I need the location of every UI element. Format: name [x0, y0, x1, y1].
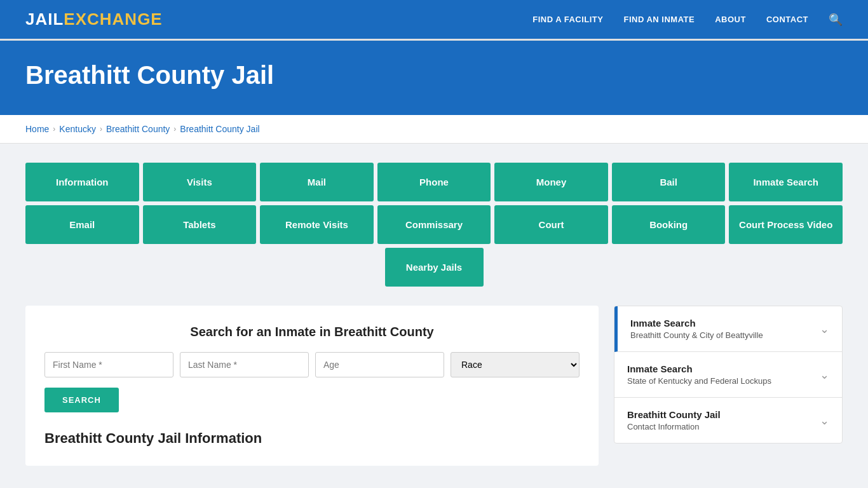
search-form-title: Search for an Inmate in Breathitt County — [44, 325, 580, 339]
sidebar-card: Inmate Search Breathitt County & City of… — [614, 306, 843, 444]
search-icon[interactable]: 🔍 — [829, 13, 843, 27]
search-button[interactable]: SEARCH — [44, 388, 119, 412]
sidebar-item-title-3: Breathitt County Jail — [627, 409, 721, 420]
chevron-down-icon-2: ⌄ — [820, 368, 829, 382]
btn-nearby-jails[interactable]: Nearby Jails — [385, 248, 484, 287]
sidebar-item-left-3: Breathitt County Jail Contact Informatio… — [627, 409, 721, 431]
breadcrumb: Home › Kentucky › Breathitt County › Bre… — [25, 124, 843, 134]
sidebar-item-left-2: Inmate Search State of Kentucky and Fede… — [627, 363, 771, 386]
btn-information[interactable]: Information — [25, 163, 139, 201]
sidebar-item-contact-info[interactable]: Breathitt County Jail Contact Informatio… — [614, 398, 842, 443]
btn-inmate-search[interactable]: Inmate Search — [729, 163, 843, 201]
sidebar: Inmate Search Breathitt County & City of… — [614, 306, 843, 444]
header: JAIL EXCHANGE FIND A FACILITY FIND AN IN… — [0, 0, 868, 41]
first-name-input[interactable] — [44, 352, 173, 377]
btn-commissary[interactable]: Commissary — [377, 205, 491, 244]
btn-remote-visits[interactable]: Remote Visits — [260, 205, 374, 244]
nav-find-inmate[interactable]: FIND AN INMATE — [623, 15, 695, 24]
btn-tablets[interactable]: Tablets — [143, 205, 257, 244]
sidebar-item-sub-3: Contact Information — [627, 422, 721, 431]
breadcrumb-jail[interactable]: Breathitt County Jail — [180, 124, 259, 134]
nav-contact[interactable]: CONTACT — [766, 15, 808, 24]
search-form-box: Search for an Inmate in Breathitt County… — [25, 306, 599, 466]
breadcrumb-bar: Home › Kentucky › Breathitt County › Bre… — [0, 115, 868, 144]
btn-visits[interactable]: Visits — [143, 163, 257, 201]
breadcrumb-county[interactable]: Breathitt County — [106, 124, 170, 134]
main-nav: FIND A FACILITY FIND AN INMATE ABOUT CON… — [532, 13, 843, 27]
lower-section: Search for an Inmate in Breathitt County… — [25, 306, 843, 466]
btn-court[interactable]: Court — [494, 205, 608, 244]
breadcrumb-sep-3: › — [173, 125, 176, 133]
btn-mail[interactable]: Mail — [260, 163, 374, 201]
sidebar-item-inmate-search-county[interactable]: Inmate Search Breathitt County & City of… — [614, 306, 842, 352]
sidebar-item-sub-2: State of Kentucky and Federal Lockups — [627, 376, 771, 386]
breadcrumb-kentucky[interactable]: Kentucky — [59, 124, 96, 134]
grid-row-1: Information Visits Mail Phone Money Bail… — [25, 163, 843, 201]
chevron-down-icon-3: ⌄ — [820, 414, 829, 428]
hero-section: Breathitt County Jail — [0, 41, 868, 115]
nav-find-facility[interactable]: FIND A FACILITY — [532, 15, 603, 24]
grid-row-3: Nearby Jails — [25, 248, 843, 287]
logo[interactable]: JAIL EXCHANGE — [25, 10, 163, 29]
sidebar-item-title-1: Inmate Search — [630, 318, 763, 329]
grid-row-2: Email Tablets Remote Visits Commissary C… — [25, 205, 843, 244]
sidebar-item-inmate-search-state[interactable]: Inmate Search State of Kentucky and Fede… — [614, 352, 842, 398]
sidebar-item-title-2: Inmate Search — [627, 363, 771, 374]
page-title: Breathitt County Jail — [25, 61, 843, 90]
btn-money[interactable]: Money — [494, 163, 608, 201]
btn-court-process-video[interactable]: Court Process Video — [729, 205, 843, 244]
sidebar-item-left-1: Inmate Search Breathitt County & City of… — [630, 318, 763, 340]
search-fields: Race White Black Hispanic Asian Other — [44, 352, 580, 377]
breadcrumb-sep-1: › — [53, 125, 55, 133]
race-select[interactable]: Race White Black Hispanic Asian Other — [451, 352, 580, 377]
section-title: Breathitt County Jail Information — [44, 430, 580, 447]
btn-email[interactable]: Email — [25, 205, 139, 244]
nav-about[interactable]: ABOUT — [715, 15, 746, 24]
last-name-input[interactable] — [180, 352, 309, 377]
logo-exchange: EXCHANGE — [64, 10, 162, 29]
btn-booking[interactable]: Booking — [612, 205, 726, 244]
breadcrumb-home[interactable]: Home — [25, 124, 49, 134]
sidebar-item-sub-1: Breathitt County & City of Beattyville — [630, 330, 763, 340]
logo-jail: JAIL — [25, 10, 64, 29]
btn-phone[interactable]: Phone — [377, 163, 491, 201]
chevron-down-icon-1: ⌄ — [820, 322, 829, 336]
main-content: Information Visits Mail Phone Money Bail… — [0, 144, 868, 485]
age-input[interactable] — [315, 352, 444, 377]
btn-bail[interactable]: Bail — [612, 163, 726, 201]
breadcrumb-sep-2: › — [100, 125, 102, 133]
